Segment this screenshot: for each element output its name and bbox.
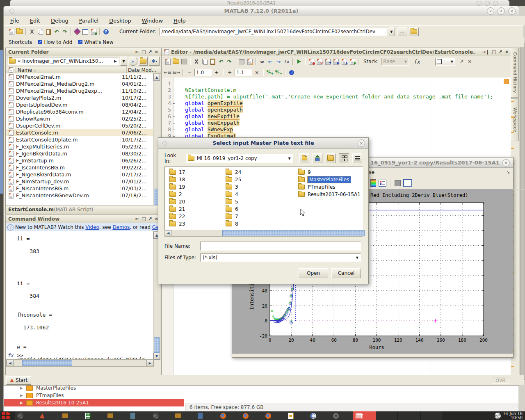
scroll-up-icon[interactable]: ▲ [153, 74, 160, 81]
file-row[interactable]: DsuperCellDev.m05/20/2... [6, 122, 154, 129]
file-name-input[interactable] [200, 242, 361, 251]
maximize-panel-icon[interactable]: □ [142, 49, 146, 55]
maximize-panel-icon[interactable]: □ [492, 49, 496, 55]
step-icon[interactable]: ▼ [324, 58, 331, 65]
cancel-button[interactable]: Cancel [331, 268, 361, 278]
multiply-button[interactable]: × [253, 70, 260, 75]
code-line[interactable]: 5-global openExppath [162, 107, 511, 113]
paste-icon[interactable] [209, 58, 217, 65]
file-row[interactable]: F_ImStartup.m06/26/2... [6, 157, 154, 164]
spacing-input-2[interactable]: 1.1 [235, 69, 252, 76]
address-field[interactable]: « InovImager_jwrCF_WINLinx150... ▶ [7, 57, 119, 65]
file-row[interactable]: DMPexcel2mat.m11/11/2... [6, 73, 154, 80]
dialog-folder-item[interactable]: 6 [224, 205, 278, 213]
taskbar-item-folder[interactable]: ... [60, 411, 84, 420]
dialog-folder-item[interactable]: 20 [168, 198, 221, 205]
profiler-icon[interactable] [90, 28, 97, 35]
taskbar-item-folder[interactable]: ... [173, 411, 197, 420]
taskbar-item-matlab[interactable]: ... [37, 411, 62, 420]
close-panel-icon[interactable]: × [505, 49, 509, 55]
dialog-folder-item[interactable]: 18 [168, 176, 221, 183]
undock-left-icon[interactable]: ⇤ [135, 49, 139, 55]
undock-icon[interactable]: ↗ [148, 49, 152, 55]
minimize-button[interactable]: ∨ [487, 7, 494, 15]
actions-gear-button[interactable]: ✱▾ [149, 57, 160, 66]
file-row[interactable]: F_NIscanIntensBGnewDev.m07/18/2... [6, 192, 154, 199]
go-back-icon[interactable]: ← [267, 58, 274, 65]
taskbar-item-swirl[interactable]: ... [308, 411, 333, 420]
menu-desktop[interactable]: Desktop [109, 18, 131, 24]
current-folder-path-input[interactable]: /media/data/EASY/InovImager_jwrCF_WINLin… [160, 28, 387, 36]
code-analyzer-mark[interactable] [511, 116, 514, 118]
scroll-down-icon[interactable]: ▼ [153, 353, 160, 360]
dialog-folder-item[interactable]: 5 [224, 198, 278, 205]
command-prompt[interactable]: >> [17, 352, 23, 358]
home-button[interactable] [313, 153, 322, 163]
undock-icon[interactable]: ↗ [148, 216, 152, 221]
file-row[interactable]: DpertsUploadDev.m08/04/2... [6, 101, 154, 108]
linked-plot-icon[interactable] [403, 179, 412, 187]
step-out-icon[interactable]: ▲ [340, 58, 348, 65]
shortcut-how-to-add[interactable]: ↗How to Add [38, 39, 72, 45]
cut-icon[interactable] [193, 58, 200, 65]
name-column-header[interactable]: Name △ [16, 67, 126, 73]
files-of-type-combo[interactable]: (*.xls) ▼ [200, 253, 361, 262]
set-breakpoint-icon[interactable] [308, 58, 315, 65]
redo-icon[interactable]: ↷ [61, 28, 68, 35]
taskbar-item-search-doc[interactable]: ... [128, 411, 152, 420]
clear-breakpoints-icon[interactable]: × [316, 58, 323, 65]
code-line[interactable]: 6-global newExpfile [162, 113, 511, 120]
taskbar-item-terminal[interactable]: >_... [150, 411, 175, 420]
dialog-folder-item[interactable]: MasterPlateFiles [297, 176, 362, 183]
taskbar-item-document[interactable]: ... [195, 411, 220, 420]
cut-icon[interactable] [28, 28, 36, 35]
dialog-hscrollbar[interactable]: ◀ ▶ [164, 230, 363, 237]
up-one-level-button[interactable]: ↑ [299, 153, 309, 163]
menu-help[interactable]: Help [173, 18, 186, 24]
paste-icon[interactable] [45, 28, 52, 35]
run-icon[interactable] [295, 58, 303, 65]
address-expand-icon[interactable]: ▶ [114, 59, 117, 63]
open-icon[interactable] [172, 58, 180, 65]
file-detail-bar[interactable]: EstartConsole.m (MATLAB Script) ∧ [6, 205, 166, 214]
expander-icon[interactable]: ▶ [20, 401, 23, 405]
file-row[interactable]: DoverlayPlots2.m10/17/2... [6, 94, 154, 101]
code-line[interactable]: 2%EstartConsole.m [162, 87, 511, 94]
code-line[interactable]: 4-global openExpfile [162, 100, 511, 107]
dialog-file-list[interactable]: 171819220212223 2425345678 9MasterPlateF… [164, 167, 363, 230]
file-row[interactable]: DMPexcel2mat_MediaDrug2.m04/01/2... [6, 80, 154, 87]
menu-edit[interactable]: Edit [30, 18, 40, 24]
scroll-left-icon[interactable]: ◀ [7, 360, 14, 366]
dialog-folder-item[interactable]: 19 [168, 183, 221, 191]
dialog-folder-item[interactable]: 3 [224, 183, 278, 191]
file-row[interactable]: DMPexcel2mat_MediaDrug2exp...11/10/2... [6, 87, 154, 94]
list-view-button[interactable] [352, 153, 362, 163]
app-menu-icon[interactable] [2, 412, 10, 419]
tree-item[interactable]: ▶PTmapFiles [4, 392, 184, 399]
code-line[interactable]: 1 [162, 80, 511, 87]
taskbar-item-terminal[interactable]: >_... [15, 411, 39, 420]
open-icon[interactable] [16, 28, 23, 35]
new-script-icon[interactable] [164, 58, 171, 65]
file-row[interactable]: DReplicate96to384conv.m12/04/2... [6, 108, 154, 115]
dialog-folder-item[interactable]: Results2017-06-15A1 [297, 191, 362, 198]
run-continue-icon[interactable] [349, 58, 356, 65]
editor-header[interactable]: Editor - /media/data/EASY/InovImager_jwr… [162, 48, 511, 56]
open-button[interactable]: Open [299, 268, 328, 278]
brushing-icon[interactable] [395, 180, 401, 186]
taskbar-item-spreadsheet[interactable]: ... [82, 411, 107, 420]
expander-icon[interactable]: ▶ [20, 393, 23, 397]
command-window-header[interactable]: Command Window ⇤ □ ↗ × [6, 215, 161, 223]
scroll-right-icon[interactable]: ▶ [146, 360, 153, 366]
percent-add-icon[interactable]: %+ [266, 69, 274, 76]
up-folder-button[interactable] [139, 57, 148, 66]
menu-parallel[interactable]: Parallel [79, 18, 98, 24]
background-scrollbar[interactable] [520, 43, 525, 380]
code-line[interactable]: 8-global SWnewExp [162, 126, 511, 133]
code-line[interactable]: 7-global newExppath [162, 120, 511, 126]
taskbar-clock[interactable]: Fri Jun 16 10:50 [503, 412, 524, 420]
file-row[interactable]: EstartConsole.m07/06/2... [6, 129, 154, 136]
figure-dock-icon[interactable]: ↘ [507, 170, 510, 174]
scrollbar-thumb[interactable] [22, 360, 72, 366]
new-file-icon[interactable] [8, 28, 15, 35]
